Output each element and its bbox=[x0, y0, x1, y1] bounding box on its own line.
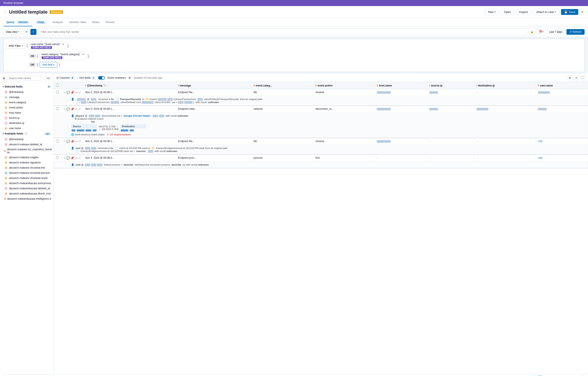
field-item-avail-timestamp[interactable]: t @timestamp bbox=[0, 137, 54, 142]
columns-button[interactable]: ⊟ Columns 8 bbox=[56, 76, 74, 79]
expand-row-icon[interactable]: ✎ bbox=[63, 156, 66, 160]
tab-query[interactable]: Query 2021016 bbox=[3, 18, 32, 26]
filter-chip-event-category[interactable]: event.category: "{event.category}" ✕ TEM… bbox=[40, 52, 86, 60]
sort-fields-button[interactable]: ↕ Sort fields 1 bbox=[77, 76, 95, 79]
grid-view-icon-btn[interactable]: ⊟ bbox=[567, 75, 572, 80]
kql-search-input[interactable] bbox=[38, 28, 527, 35]
field-item-timestamp[interactable]: t @timestamp bbox=[0, 89, 54, 95]
comment-icon[interactable]: 💬 bbox=[66, 91, 70, 94]
more-icon[interactable]: ••• bbox=[74, 91, 78, 94]
field-item-virustotal-result[interactable]: k abusech.malware.virustotal.result bbox=[0, 175, 54, 181]
data-view-button[interactable]: Data view ▾ bbox=[3, 29, 22, 35]
field-item-destination-ip[interactable]: i destination.ip bbox=[0, 120, 54, 126]
pin-icon[interactable]: 📌 bbox=[71, 140, 74, 143]
tab-notes[interactable]: Notes bbox=[89, 18, 102, 26]
date-range-button[interactable]: Last 7 days bbox=[547, 29, 565, 35]
open-button[interactable]: Open bbox=[501, 9, 514, 15]
field-item-virustotal-link[interactable]: k abusech.malware.virustotal.link bbox=[0, 165, 54, 170]
pin-icon[interactable]: 📌 bbox=[71, 107, 74, 111]
close-event-category-filter-icon[interactable]: ✕ bbox=[82, 53, 84, 56]
expand-content-1: 👤 @ renamed a file 📄 TransportSecurity i… bbox=[54, 96, 588, 106]
add-field-button[interactable]: Add field ▾ bbox=[40, 62, 58, 67]
tab-session-view[interactable]: Session View bbox=[66, 18, 89, 26]
sync-icon[interactable]: ↺ bbox=[78, 140, 81, 143]
comment-icon[interactable]: 💬 bbox=[66, 140, 70, 143]
cell-host: – bbox=[375, 155, 427, 161]
expand-row-icon[interactable]: ✎ bbox=[63, 107, 66, 111]
field-item-virustotal-percent[interactable]: n abusech.malware.virustotal.percent bbox=[0, 170, 54, 175]
row-checkbox[interactable] bbox=[54, 138, 61, 145]
field-item-message[interactable]: t message bbox=[0, 95, 54, 100]
tab-esql[interactable]: ES|QL bbox=[32, 18, 49, 26]
col-destination-ip-header[interactable]: i destination.ip bbox=[474, 82, 536, 89]
field-item-ioc-expiration[interactable]: k abusech.malware.ioc_expiration_duratio… bbox=[0, 147, 54, 155]
pin-icon[interactable]: 📌 bbox=[71, 156, 74, 160]
col-source-ip-header[interactable]: i source.ip bbox=[427, 82, 474, 89]
available-fields-header[interactable]: ▾ Available fields ⓘ 347 bbox=[0, 131, 54, 137]
more-icon[interactable]: ••• bbox=[74, 140, 78, 143]
add-filter-icon-btn[interactable]: + bbox=[30, 29, 36, 35]
more-icon[interactable]: ••• bbox=[74, 156, 78, 160]
sync-icon[interactable]: ↺ bbox=[78, 156, 81, 160]
field-item-event-action[interactable]: k event.action bbox=[0, 105, 54, 110]
sync-icon[interactable]: ↺ bbox=[78, 107, 81, 111]
attach-to-case-button[interactable]: Attach to case ▾ bbox=[533, 9, 559, 15]
col-user-name-header[interactable]: k user.name bbox=[536, 82, 588, 89]
close-button[interactable]: ✕ bbox=[580, 10, 585, 14]
field-item-magika[interactable]: k abusech.malware.magika bbox=[0, 155, 54, 160]
row-checkbox[interactable] bbox=[54, 155, 61, 161]
col-event-category-header[interactable]: k event.categ... bbox=[251, 82, 313, 89]
filter-chip-username[interactable]: user.name: "{user.name}" ✕ TEMPLATE FIEL… bbox=[29, 42, 66, 50]
refresh-button[interactable]: ↺ Refresh bbox=[567, 29, 585, 35]
comment-icon[interactable]: 💬 bbox=[66, 107, 70, 111]
field-item-signature[interactable]: k abusech.malware.signature bbox=[0, 160, 54, 165]
field-item-anonymous[interactable]: k abusech.malwarebazaar.anonymous bbox=[0, 181, 54, 186]
field-item-dhash[interactable]: k abusech.malwarebazaar.dhash_icon bbox=[0, 191, 54, 196]
filter-icon-btn[interactable]: ≡ bbox=[23, 29, 30, 35]
field-item-source-ip[interactable]: i source.ip bbox=[0, 115, 54, 120]
expand-row-icon[interactable]: ✎ bbox=[63, 140, 66, 143]
close-username-filter-icon[interactable]: ✕ bbox=[62, 43, 64, 46]
settings-icon-btn[interactable]: ⚙ bbox=[128, 76, 131, 79]
more-icon[interactable]: ••• bbox=[74, 107, 78, 111]
tab-pinned[interactable]: Pinned bbox=[102, 18, 117, 26]
col-event-action-header[interactable]: k event.action bbox=[313, 82, 375, 89]
row-checkbox[interactable] bbox=[54, 89, 61, 96]
col-message-header[interactable]: t message bbox=[176, 82, 251, 89]
star-icon[interactable]: ☆ bbox=[3, 10, 7, 14]
tab-analyzer[interactable]: Analyzer bbox=[49, 18, 66, 26]
search-fields-input[interactable] bbox=[7, 76, 43, 81]
field-item-user-name[interactable]: k user.name bbox=[0, 126, 54, 131]
field-item-intelligence[interactable]: k abusech.malwarebazaar.intelligence.d bbox=[0, 196, 54, 201]
add-field-sidebar-button[interactable]: ⊞ Add a field bbox=[3, 374, 51, 376]
new-button[interactable]: New ▾ bbox=[485, 9, 499, 15]
field-item-host-name[interactable]: k host.name bbox=[0, 110, 54, 115]
lock-icon-btn[interactable]: 🔒 bbox=[529, 28, 536, 35]
sync-icon[interactable]: ↺ bbox=[78, 91, 81, 94]
inspect-button[interactable]: Inspect bbox=[516, 9, 531, 15]
col-timestamp-header[interactable]: t @timestamp ⓘ ↓ bbox=[83, 82, 176, 89]
grid-icon-btn[interactable]: ⊞ bbox=[3, 75, 5, 81]
sort-desc-icon[interactable]: ↓ bbox=[107, 84, 108, 87]
fullscreen-icon-btn[interactable]: ⛶ bbox=[580, 75, 585, 80]
cell-dstip: – bbox=[474, 89, 536, 96]
calendar-icon-btn[interactable]: 📅 ▾ bbox=[537, 29, 545, 35]
pin-icon[interactable]: 📌 bbox=[71, 91, 74, 94]
row-checkbox[interactable] bbox=[54, 106, 61, 113]
event-renderers-toggle[interactable] bbox=[98, 76, 105, 80]
selected-fields-header[interactable]: ▾ Selected fields 8 bbox=[0, 84, 54, 89]
filter-and-button[interactable]: AND Filter ▾ bbox=[6, 43, 25, 49]
select-all-checkbox[interactable] bbox=[54, 82, 61, 89]
field-item-deleted-at[interactable]: t abusech.malware.deleted_at bbox=[0, 142, 54, 147]
field-item-event-category[interactable]: k event.category bbox=[0, 100, 54, 105]
rows-view-icon-btn[interactable]: ≡ bbox=[574, 75, 579, 80]
filter-count-button[interactable]: ≡ 0 bbox=[45, 76, 51, 80]
comment-icon[interactable]: 💬 bbox=[66, 156, 70, 160]
header-left: ☆ Untitled template Unsaved bbox=[3, 9, 63, 15]
field-item-bazaar-deleted[interactable]: t abusech.malwarebazaar.deleted_at bbox=[0, 186, 54, 191]
expand-row-icon[interactable]: ✎ bbox=[63, 91, 66, 94]
cell-timestamp: Nov 5, 2024 @ 00:08:0... bbox=[83, 155, 176, 161]
save-button[interactable]: 💾 Save bbox=[561, 9, 578, 15]
data-view-chevron-icon: ▾ bbox=[18, 30, 19, 33]
col-host-name-header[interactable]: k host.name bbox=[375, 82, 427, 89]
